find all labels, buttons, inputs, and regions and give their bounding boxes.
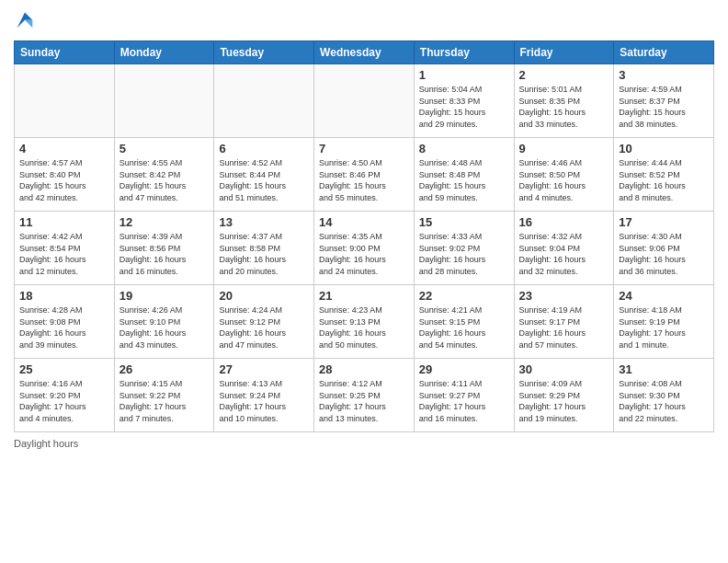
day-info: Sunrise: 4:32 AM Sunset: 9:04 PM Dayligh…	[519, 231, 609, 277]
day-info: Sunrise: 4:50 AM Sunset: 8:46 PM Dayligh…	[319, 157, 409, 203]
day-number: 4	[19, 142, 109, 155]
day-number: 14	[319, 215, 409, 229]
day-number: 20	[219, 289, 309, 303]
page: SundayMondayTuesdayWednesdayThursdayFrid…	[0, 0, 728, 563]
day-number: 15	[419, 215, 509, 229]
day-info: Sunrise: 4:19 AM Sunset: 9:17 PM Dayligh…	[519, 304, 609, 350]
day-info: Sunrise: 5:04 AM Sunset: 8:33 PM Dayligh…	[419, 84, 509, 130]
day-info: Sunrise: 4:21 AM Sunset: 9:15 PM Dayligh…	[419, 304, 509, 350]
day-info: Sunrise: 4:09 AM Sunset: 9:29 PM Dayligh…	[519, 378, 609, 424]
day-info: Sunrise: 4:46 AM Sunset: 8:50 PM Dayligh…	[519, 157, 609, 203]
calendar-cell	[15, 64, 115, 138]
day-number: 13	[219, 215, 309, 229]
calendar-cell: 28Sunrise: 4:12 AM Sunset: 9:25 PM Dayli…	[314, 359, 415, 432]
calendar-cell: 18Sunrise: 4:28 AM Sunset: 9:08 PM Dayli…	[15, 285, 115, 359]
header-friday: Friday	[514, 41, 614, 64]
calendar-cell: 19Sunrise: 4:26 AM Sunset: 9:10 PM Dayli…	[114, 285, 214, 359]
day-number: 17	[619, 215, 709, 229]
day-number: 24	[619, 289, 709, 303]
calendar-cell: 29Sunrise: 4:11 AM Sunset: 9:27 PM Dayli…	[414, 359, 514, 432]
calendar-cell: 11Sunrise: 4:42 AM Sunset: 8:54 PM Dayli…	[15, 212, 115, 285]
day-info: Sunrise: 4:48 AM Sunset: 8:48 PM Dayligh…	[419, 157, 509, 203]
day-number: 19	[119, 289, 210, 303]
day-number: 9	[519, 142, 609, 155]
day-number: 21	[319, 289, 409, 303]
day-number: 1	[419, 68, 509, 82]
header-monday: Monday	[114, 41, 214, 64]
calendar-cell: 12Sunrise: 4:39 AM Sunset: 8:56 PM Dayli…	[114, 212, 214, 285]
day-number: 2	[519, 68, 609, 82]
week-row-3: 11Sunrise: 4:42 AM Sunset: 8:54 PM Dayli…	[15, 212, 714, 285]
day-number: 31	[619, 362, 709, 376]
week-row-1: 1Sunrise: 5:04 AM Sunset: 8:33 PM Daylig…	[15, 64, 714, 138]
day-info: Sunrise: 4:26 AM Sunset: 9:10 PM Dayligh…	[119, 304, 210, 350]
day-number: 10	[619, 142, 709, 155]
day-number: 18	[19, 289, 109, 303]
calendar-cell	[214, 64, 314, 138]
day-info: Sunrise: 4:13 AM Sunset: 9:24 PM Dayligh…	[219, 378, 309, 424]
calendar-cell: 6Sunrise: 4:52 AM Sunset: 8:44 PM Daylig…	[214, 138, 314, 212]
day-number: 25	[19, 362, 109, 376]
logo	[14, 9, 38, 33]
day-number: 7	[319, 142, 409, 155]
calendar-cell: 26Sunrise: 4:15 AM Sunset: 9:22 PM Dayli…	[114, 359, 214, 432]
calendar-cell: 8Sunrise: 4:48 AM Sunset: 8:48 PM Daylig…	[414, 138, 514, 212]
calendar-cell	[314, 64, 415, 138]
day-info: Sunrise: 4:44 AM Sunset: 8:52 PM Dayligh…	[619, 157, 709, 203]
footer: Daylight hours	[14, 438, 714, 449]
calendar-cell: 20Sunrise: 4:24 AM Sunset: 9:12 PM Dayli…	[214, 285, 314, 359]
day-info: Sunrise: 4:24 AM Sunset: 9:12 PM Dayligh…	[219, 304, 309, 350]
header	[14, 9, 714, 33]
calendar-cell: 14Sunrise: 4:35 AM Sunset: 9:00 PM Dayli…	[314, 212, 415, 285]
header-sunday: Sunday	[15, 41, 115, 64]
calendar-cell: 24Sunrise: 4:18 AM Sunset: 9:19 PM Dayli…	[614, 285, 714, 359]
calendar-cell: 4Sunrise: 4:57 AM Sunset: 8:40 PM Daylig…	[15, 138, 115, 212]
day-info: Sunrise: 4:42 AM Sunset: 8:54 PM Dayligh…	[19, 231, 109, 277]
day-info: Sunrise: 4:33 AM Sunset: 9:02 PM Dayligh…	[419, 231, 509, 277]
day-info: Sunrise: 4:57 AM Sunset: 8:40 PM Dayligh…	[19, 157, 109, 203]
day-info: Sunrise: 4:08 AM Sunset: 9:30 PM Dayligh…	[619, 378, 709, 424]
calendar-cell: 1Sunrise: 5:04 AM Sunset: 8:33 PM Daylig…	[414, 64, 514, 138]
day-number: 26	[119, 362, 210, 376]
header-thursday: Thursday	[414, 41, 514, 64]
svg-marker-1	[25, 20, 32, 28]
day-info: Sunrise: 4:15 AM Sunset: 9:22 PM Dayligh…	[119, 378, 210, 424]
day-info: Sunrise: 4:28 AM Sunset: 9:08 PM Dayligh…	[19, 304, 109, 350]
day-number: 29	[419, 362, 509, 376]
calendar-cell: 21Sunrise: 4:23 AM Sunset: 9:13 PM Dayli…	[314, 285, 415, 359]
day-number: 28	[319, 362, 409, 376]
calendar-cell: 10Sunrise: 4:44 AM Sunset: 8:52 PM Dayli…	[614, 138, 714, 212]
day-info: Sunrise: 4:35 AM Sunset: 9:00 PM Dayligh…	[319, 231, 409, 277]
day-info: Sunrise: 4:52 AM Sunset: 8:44 PM Dayligh…	[219, 157, 309, 203]
calendar-cell: 22Sunrise: 4:21 AM Sunset: 9:15 PM Dayli…	[414, 285, 514, 359]
day-number: 11	[19, 215, 109, 229]
calendar-cell: 30Sunrise: 4:09 AM Sunset: 9:29 PM Dayli…	[514, 359, 614, 432]
day-number: 23	[519, 289, 609, 303]
day-number: 27	[219, 362, 309, 376]
day-info: Sunrise: 5:01 AM Sunset: 8:35 PM Dayligh…	[519, 84, 609, 130]
calendar-cell: 27Sunrise: 4:13 AM Sunset: 9:24 PM Dayli…	[214, 359, 314, 432]
calendar-cell: 16Sunrise: 4:32 AM Sunset: 9:04 PM Dayli…	[514, 212, 614, 285]
day-number: 30	[519, 362, 609, 376]
week-row-2: 4Sunrise: 4:57 AM Sunset: 8:40 PM Daylig…	[15, 138, 714, 212]
header-saturday: Saturday	[614, 41, 714, 64]
day-info: Sunrise: 4:39 AM Sunset: 8:56 PM Dayligh…	[119, 231, 210, 277]
calendar-header-row: SundayMondayTuesdayWednesdayThursdayFrid…	[15, 41, 714, 64]
day-info: Sunrise: 4:18 AM Sunset: 9:19 PM Dayligh…	[619, 304, 709, 350]
calendar-cell: 17Sunrise: 4:30 AM Sunset: 9:06 PM Dayli…	[614, 212, 714, 285]
calendar-cell: 3Sunrise: 4:59 AM Sunset: 8:37 PM Daylig…	[614, 64, 714, 138]
calendar-table: SundayMondayTuesdayWednesdayThursdayFrid…	[14, 40, 714, 432]
calendar-cell: 2Sunrise: 5:01 AM Sunset: 8:35 PM Daylig…	[514, 64, 614, 138]
calendar-cell: 5Sunrise: 4:55 AM Sunset: 8:42 PM Daylig…	[114, 138, 214, 212]
day-info: Sunrise: 4:12 AM Sunset: 9:25 PM Dayligh…	[319, 378, 409, 424]
calendar-cell: 13Sunrise: 4:37 AM Sunset: 8:58 PM Dayli…	[214, 212, 314, 285]
day-number: 6	[219, 142, 309, 155]
calendar-cell	[114, 64, 214, 138]
day-info: Sunrise: 4:11 AM Sunset: 9:27 PM Dayligh…	[419, 378, 509, 424]
week-row-5: 25Sunrise: 4:16 AM Sunset: 9:20 PM Dayli…	[15, 359, 714, 432]
day-number: 16	[519, 215, 609, 229]
header-tuesday: Tuesday	[214, 41, 314, 64]
day-info: Sunrise: 4:16 AM Sunset: 9:20 PM Dayligh…	[19, 378, 109, 424]
day-info: Sunrise: 4:23 AM Sunset: 9:13 PM Dayligh…	[319, 304, 409, 350]
calendar-cell: 7Sunrise: 4:50 AM Sunset: 8:46 PM Daylig…	[314, 138, 415, 212]
